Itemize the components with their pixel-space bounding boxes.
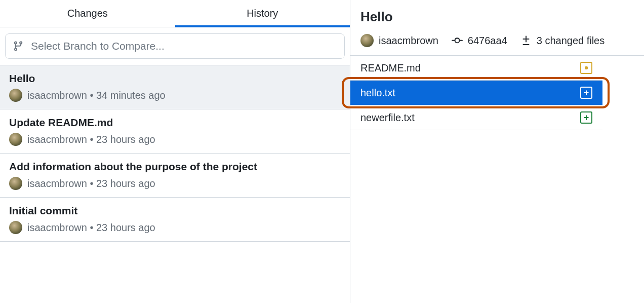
avatar [360,34,374,47]
tab-changes-label: Changes [67,8,108,19]
separator: • [87,134,96,145]
tab-history[interactable]: History [175,0,350,27]
tabs: Changes History [0,0,350,27]
commit-title: Hello [9,72,341,85]
commit-list: Helloisaacmbrown • 34 minutes agoUpdate … [0,65,350,242]
tab-changes[interactable]: Changes [0,0,175,27]
commit-title: Update README.md [9,117,341,129]
commit-meta: isaacmbrown • 23 hours ago [9,177,341,190]
commit-item[interactable]: Add information about the purpose of the… [0,154,350,198]
commit-author: isaacmbrown [379,35,438,47]
file-status-icon: + [580,111,592,124]
branch-selector-placeholder: Select Branch to Compare... [31,40,165,52]
commit-time: 34 minutes ago [96,90,166,101]
left-panel: Changes History Select Branch to Compare… [0,0,350,303]
file-name: hello.txt [360,87,395,99]
commit-item[interactable]: Helloisaacmbrown • 34 minutes ago [0,65,350,109]
file-status-icon: + [580,87,592,99]
branch-compare-selector[interactable]: Select Branch to Compare... [5,33,345,59]
commit-meta: isaacmbrown • 23 hours ago [9,221,341,234]
changed-files-group: 3 changed files [520,35,605,47]
commit-item[interactable]: Update README.mdisaacmbrown • 23 hours a… [0,109,350,154]
commit-time: 23 hours ago [96,134,155,145]
commit-title: Add information about the purpose of the… [9,161,341,173]
commit-author-group: isaacmbrown [360,34,438,47]
commit-author: isaacmbrown [27,134,87,145]
commit-title: Initial commit [9,205,341,217]
file-list: README.mdhello.txt+newerfile.txt+ [350,56,602,130]
commit-detail-title: Hello [360,9,634,25]
right-panel: Hello isaacmbrown 6476aa4 3 changed file… [350,0,644,303]
changed-files-count: 3 changed files [537,35,605,47]
avatar [9,177,22,190]
commit-detail-meta: isaacmbrown 6476aa4 3 changed files [360,34,634,47]
commit-author: isaacmbrown [27,178,87,189]
commit-sha: 6476aa4 [468,35,507,47]
commit-author: isaacmbrown [27,222,87,233]
avatar [9,89,22,102]
commit-header: Hello isaacmbrown 6476aa4 3 changed file… [350,9,644,56]
separator: • [87,178,96,189]
commit-meta: isaacmbrown • 34 minutes ago [9,89,341,102]
separator: • [87,222,96,233]
avatar [9,133,22,146]
commit-author: isaacmbrown [27,90,87,101]
file-row[interactable]: newerfile.txt+ [350,105,602,130]
file-row[interactable]: README.md [350,56,602,81]
commit-sha-group: 6476aa4 [452,35,507,47]
git-commit-icon [452,35,463,46]
git-branch-icon [13,41,24,52]
file-status-icon [580,62,592,74]
file-diff-icon [520,35,532,46]
file-row[interactable]: hello.txt+ [350,81,602,105]
tab-history-label: History [247,8,278,19]
separator: • [87,90,96,101]
commit-time: 23 hours ago [96,178,155,189]
commit-time: 23 hours ago [96,222,155,233]
commit-item[interactable]: Initial commitisaacmbrown • 23 hours ago [0,198,350,242]
commit-meta: isaacmbrown • 23 hours ago [9,133,341,146]
file-name: README.md [360,62,421,74]
file-name: newerfile.txt [360,112,415,124]
avatar [9,221,22,234]
